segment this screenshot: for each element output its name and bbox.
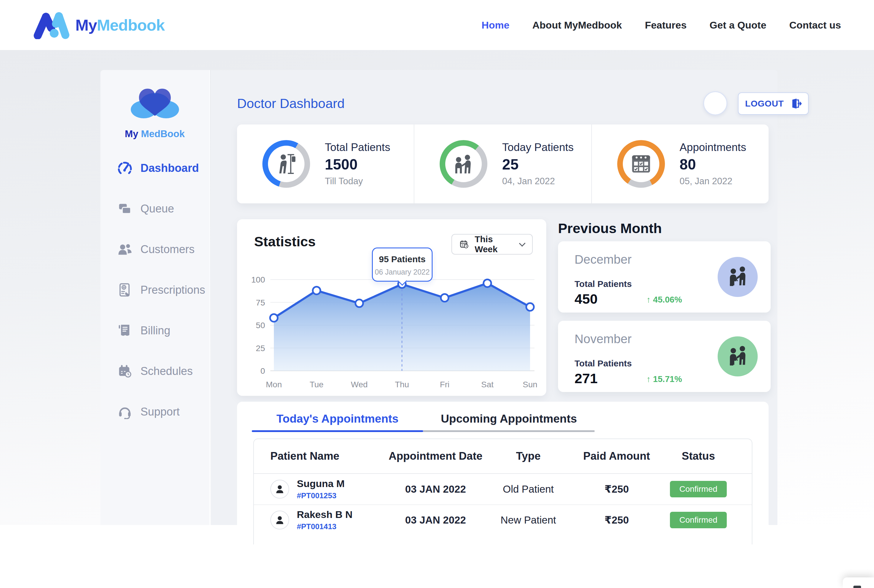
sidebar-item-label: Schedules (140, 365, 193, 378)
col-appointment-date: Appointment Date (387, 450, 484, 462)
week-filter-value: This Week (475, 234, 514, 254)
doctor-examining-patient-icon (726, 345, 749, 368)
month-name: November (575, 332, 632, 346)
doctor-patient-icon (452, 153, 475, 176)
svg-text:100: 100 (251, 275, 265, 284)
col-paid-amount: Paid Amount (572, 450, 661, 462)
col-status: Status (661, 450, 736, 462)
logout-door-icon (790, 98, 802, 109)
november-card: November Total Patients 271 ↑ 15.71% (558, 321, 771, 392)
svg-text:Fri: Fri (440, 380, 450, 389)
patient-type: Old Patient (484, 483, 572, 495)
month-change-percent: ↑ 45.06% (646, 295, 682, 304)
customers-icon (117, 242, 132, 256)
sidebar-item-label: Queue (140, 202, 174, 215)
stat-today-patients: Today Patients 25 04, Jan 2022 (414, 124, 591, 203)
brand-logo[interactable]: MyMedbook (33, 11, 165, 39)
table-header-row: Patient Name Appointment Date Type Paid … (254, 439, 752, 474)
user-avatar[interactable] (703, 91, 727, 116)
month-name: December (575, 252, 632, 267)
month-stat-label: Total Patients (575, 358, 632, 369)
stat-label: Today Patients (502, 141, 574, 154)
chart-tooltip: 95 Patients 06 January 2022 (372, 248, 433, 282)
month-icon-circle (718, 257, 758, 297)
doctor-examining-patient-icon (726, 265, 749, 289)
sidebar-item-label: Billing (140, 324, 170, 337)
brand-name: MyMedbook (75, 16, 165, 34)
svg-text:Mon: Mon (266, 380, 282, 389)
patient-id[interactable]: #PT001413 (297, 522, 352, 531)
status-badge: Confirmed (670, 512, 727, 528)
progress-ring-orange (617, 140, 665, 188)
nav-link-features[interactable]: Features (645, 20, 687, 31)
stat-total-patients: Total Patients 1500 Till Today (237, 124, 414, 203)
appointment-date: 03 JAN 2022 (387, 483, 484, 495)
paid-amount: ₹250 (572, 514, 661, 526)
logout-button[interactable]: LOGOUT (738, 92, 809, 115)
table-row[interactable]: Suguna M #PT001253 03 JAN 2022 Old Patie… (254, 474, 752, 504)
svg-text:Tue: Tue (310, 380, 323, 389)
logout-label: LOGOUT (745, 99, 784, 109)
patient-id[interactable]: #PT001253 (297, 491, 344, 500)
progress-ring-green (440, 140, 487, 188)
sidebar-menu: Dashboard Queue Customers (101, 155, 209, 425)
paid-amount: ₹250 (572, 483, 661, 495)
nav-links: Home About MyMedbook Features Get a Quot… (481, 20, 841, 31)
stat-value: 25 (502, 156, 574, 173)
sidebar-item-dashboard[interactable]: Dashboard (117, 155, 209, 181)
nav-link-home[interactable]: Home (481, 20, 509, 31)
nav-link-contact[interactable]: Contact us (789, 20, 841, 31)
stat-value: 80 (680, 156, 746, 173)
table-row[interactable]: Rakesh B N #PT001413 03 JAN 2022 New Pat… (254, 504, 752, 535)
tab-upcoming-appointments[interactable]: Upcoming Appointments (423, 408, 594, 429)
sidebar-item-customers[interactable]: Customers (117, 236, 209, 262)
svg-text:75: 75 (256, 298, 265, 307)
sidebar-item-label: Customers (140, 243, 195, 256)
appointments-table: Patient Name Appointment Date Type Paid … (253, 438, 752, 544)
sidebar-item-prescriptions[interactable]: Prescriptions (117, 277, 209, 303)
person-icon (274, 514, 286, 526)
dashboard-gauge-icon (117, 160, 132, 176)
stat-appointments: Appointments 80 05, Jan 2022 (591, 124, 769, 203)
chevron-down-icon (519, 240, 526, 247)
inactive-tab-indicator (423, 430, 594, 432)
progress-ring-blue (262, 140, 310, 188)
top-navbar: MyMedbook Home About MyMedbook Features … (0, 0, 874, 50)
appointment-date: 03 JAN 2022 (387, 514, 484, 526)
tooltip-value: 95 Patients (373, 254, 432, 264)
sidebar-item-schedules[interactable]: Schedules (117, 358, 209, 384)
chat-widget[interactable] (843, 578, 874, 588)
statistics-card: Statistics This Week 95 Patients 06 Janu… (237, 219, 546, 396)
prescriptions-icon (117, 282, 132, 297)
month-stat-label: Total Patients (575, 279, 632, 289)
sidebar-item-billing[interactable]: Billing (117, 317, 209, 344)
december-card: December Total Patients 450 ↑ 45.06% (558, 242, 771, 312)
chat-widget-icon (853, 586, 861, 588)
sidebar-item-label: Dashboard (140, 162, 199, 174)
active-tab-indicator (252, 430, 423, 432)
stat-subtext: Till Today (325, 176, 390, 187)
stat-subtext: 04, Jan 2022 (502, 176, 574, 187)
mymedbook-logo-icon (33, 11, 69, 39)
month-icon-circle (718, 336, 758, 376)
svg-text:Thu: Thu (395, 380, 409, 389)
cloud-heart-logo-icon (125, 81, 184, 125)
stat-summary-card: Total Patients 1500 Till Today (237, 124, 769, 203)
nav-link-quote[interactable]: Get a Quote (710, 20, 767, 31)
page-title: Doctor Dashboard (237, 96, 344, 111)
month-stat-value: 271 (575, 370, 597, 386)
tab-todays-appointments[interactable]: Today's Appointments (252, 408, 423, 429)
sidebar-item-support[interactable]: Support (117, 399, 209, 425)
statistics-chart: 0255075100MonTueWedThuFriSatSun (244, 271, 539, 392)
schedules-icon (117, 364, 132, 378)
page: MyMedbook Home About MyMedbook Features … (0, 0, 874, 588)
sidebar-item-queue[interactable]: Queue (117, 195, 209, 222)
tooltip-date: 06 January 2022 (373, 268, 432, 276)
svg-text:0: 0 (260, 366, 265, 375)
week-filter-dropdown[interactable]: This Week (451, 234, 533, 255)
nav-link-about[interactable]: About MyMedbook (533, 20, 622, 31)
stat-label: Total Patients (325, 141, 390, 154)
sidebar-item-label: Support (140, 405, 180, 418)
patient-avatar (270, 480, 289, 498)
svg-text:Wed: Wed (351, 380, 367, 389)
